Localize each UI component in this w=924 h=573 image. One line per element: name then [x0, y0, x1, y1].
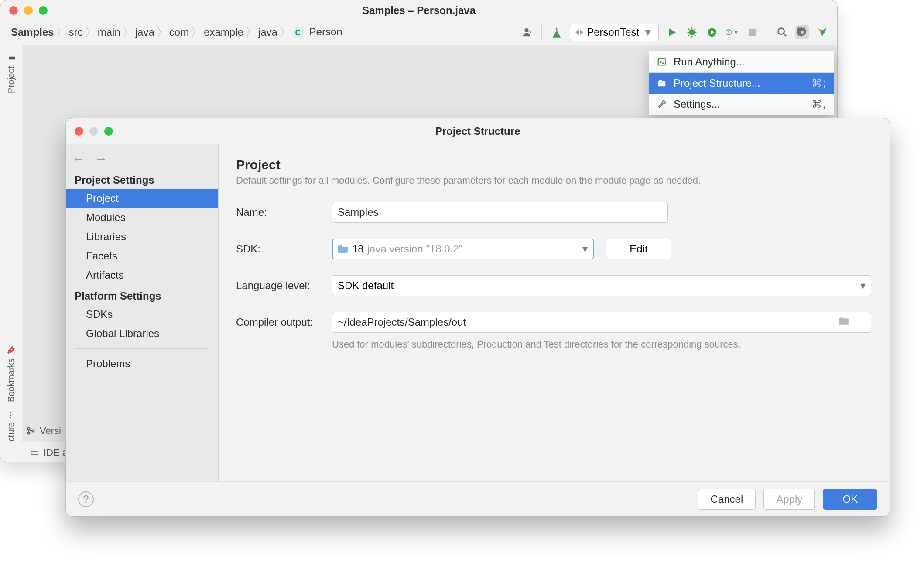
ok-button[interactable]: OK [823, 489, 877, 510]
dialog-content: Project Default settings for all modules… [219, 144, 890, 481]
sidebar-item-artifacts[interactable]: Artifacts [66, 266, 218, 285]
dialog-zoom-button[interactable] [104, 127, 113, 136]
structure-icon: ⋮ [7, 410, 15, 420]
dialog-sidebar: ← → Project Settings Project Modules Lib… [66, 144, 219, 481]
page-description: Default settings for all modules. Config… [236, 175, 872, 186]
settings-gear-icon[interactable] [795, 25, 809, 39]
folder-icon [338, 245, 348, 253]
breadcrumb-item[interactable]: com [167, 26, 192, 38]
jetbrains-toolbox-icon[interactable] [815, 25, 829, 39]
bookmark-icon: 🔖 [7, 345, 16, 355]
dialog-titlebar: Project Structure [66, 118, 890, 144]
language-level-combo[interactable]: SDK default ▾ [332, 275, 871, 296]
window-title: Samples – Person.java [362, 4, 476, 16]
svg-point-5 [28, 432, 30, 434]
menu-item-run-anything[interactable]: Run Anything... [649, 51, 834, 73]
section-platform-settings: Platform Settings [66, 285, 218, 305]
sidebar-item-sdks[interactable]: SDKs [66, 305, 218, 324]
chevron-down-icon: ▼ [733, 29, 739, 36]
dialog-title: Project Structure [435, 125, 520, 137]
run-icon[interactable] [665, 25, 679, 39]
sdk-combo[interactable]: 18 java version "18.0.2" ▾ [332, 239, 594, 259]
stop-icon[interactable] [745, 25, 759, 39]
page-heading: Project [236, 157, 872, 172]
apply-button[interactable]: Apply [763, 489, 815, 510]
edit-sdk-button[interactable]: Edit [606, 239, 671, 259]
breadcrumb-class[interactable]: C Person [290, 26, 345, 39]
code-with-me-icon[interactable] [520, 25, 534, 39]
breadcrumb-item[interactable]: java [133, 26, 157, 38]
close-window-button[interactable] [9, 6, 18, 15]
nav-forward-icon[interactable]: → [95, 151, 108, 166]
sidebar-item-facets[interactable]: Facets [66, 246, 218, 266]
window-icon: ▭ [30, 447, 39, 458]
project-structure-icon [656, 78, 667, 88]
menu-item-project-structure[interactable]: Project Structure... ⌘; [649, 73, 834, 94]
dialog-close-button[interactable] [75, 127, 83, 136]
breadcrumb-item[interactable]: example [201, 26, 246, 38]
chevron-down-icon: ▾ [582, 243, 588, 255]
sidebar-item-modules[interactable]: Modules [66, 208, 218, 227]
project-name-input[interactable] [332, 202, 668, 223]
ide-status-item[interactable]: ▭ IDE ar [30, 447, 71, 458]
settings-popup-menu: Run Anything... Project Structure... ⌘; … [649, 51, 834, 115]
folder-icon: ▮ [7, 54, 16, 63]
breadcrumb-item[interactable]: main [95, 26, 123, 38]
sidebar-item-project[interactable]: Project [66, 189, 218, 208]
debug-icon[interactable] [685, 25, 699, 39]
search-icon[interactable] [775, 25, 789, 39]
chevron-down-icon: ▾ [860, 280, 866, 292]
main-toolbar: Samples〉 src〉 main〉 java〉 com〉 example〉 … [0, 20, 837, 44]
svg-rect-7 [658, 59, 666, 65]
compiler-output-label: Compiler output: [236, 316, 332, 328]
left-tool-stripe: Project ▮ Bookmarks 🔖 Structure ⋮ [0, 45, 22, 462]
language-level-label: Language level: [236, 280, 332, 292]
svg-point-6 [32, 430, 34, 432]
cancel-button[interactable]: Cancel [698, 489, 756, 510]
window-controls [9, 6, 48, 15]
svg-point-4 [28, 428, 30, 430]
browse-folder-icon[interactable] [838, 316, 849, 328]
build-icon[interactable] [550, 25, 564, 39]
branch-icon [27, 426, 35, 435]
breadcrumb-root[interactable]: Samples [8, 26, 57, 38]
run-configuration-combo[interactable]: PersonTest ▼ [570, 24, 659, 41]
wrench-icon [656, 99, 667, 109]
chevron-down-icon: ▼ [643, 26, 653, 38]
svg-rect-2 [749, 28, 756, 35]
section-project-settings: Project Settings [66, 169, 218, 189]
minimize-window-button[interactable] [24, 6, 33, 15]
run-with-coverage-icon[interactable] [705, 25, 719, 39]
dialog-minimize-button [89, 127, 98, 136]
breadcrumb-item[interactable]: java [256, 26, 280, 38]
dialog-footer: ? Cancel Apply OK [66, 481, 890, 516]
terminal-icon [656, 57, 667, 67]
project-structure-dialog: Project Structure ← → Project Settings P… [65, 118, 890, 517]
version-control-status[interactable]: Versi [27, 421, 61, 441]
name-label: Name: [236, 206, 332, 218]
shortcut-label: ⌘, [811, 98, 827, 110]
sdk-label: SDK: [236, 243, 332, 255]
breadcrumb-item[interactable]: src [66, 26, 86, 38]
tool-tab-project[interactable]: Project ▮ [4, 49, 18, 98]
toolbar-right: PersonTest ▼ ▼ [520, 24, 829, 41]
run-test-icon [575, 30, 583, 35]
compiler-output-hint: Used for modules' subdirectories, Produc… [332, 339, 872, 350]
menu-item-settings[interactable]: Settings... ⌘, [649, 94, 834, 115]
svg-point-3 [778, 28, 784, 34]
svg-point-0 [689, 29, 695, 35]
zoom-window-button[interactable] [39, 6, 48, 15]
ide-titlebar: Samples – Person.java [0, 0, 837, 20]
class-icon: C [292, 27, 304, 38]
sidebar-item-problems[interactable]: Problems [66, 354, 218, 373]
nav-back-icon[interactable]: ← [72, 151, 85, 166]
tool-tab-bookmarks[interactable]: Bookmarks 🔖 [4, 341, 18, 406]
compiler-output-input[interactable] [332, 312, 871, 333]
profile-icon[interactable]: ▼ [725, 25, 739, 39]
sidebar-item-libraries[interactable]: Libraries [66, 227, 218, 246]
sidebar-item-global-libraries[interactable]: Global Libraries [66, 324, 218, 343]
shortcut-label: ⌘; [811, 77, 827, 89]
help-button[interactable]: ? [78, 491, 94, 507]
breadcrumbs[interactable]: Samples〉 src〉 main〉 java〉 com〉 example〉 … [8, 26, 519, 39]
